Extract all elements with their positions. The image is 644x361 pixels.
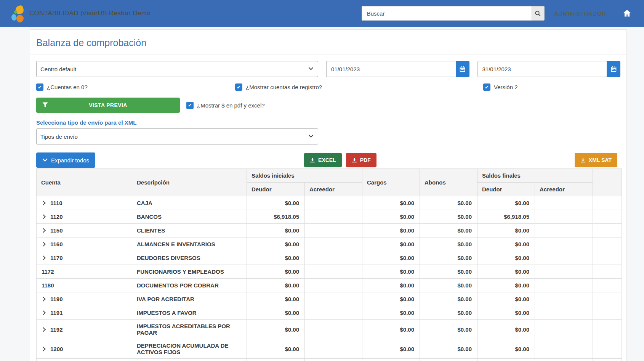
action-cell [593,320,622,339]
header-saldos-finales: Saldos finales [477,169,593,183]
cuenta-number: 1180 [42,282,54,289]
check-icon: ✔ [38,85,42,90]
title-wrap: Balanza de comprobación [30,34,626,55]
date-from-input[interactable] [326,61,456,77]
expandir-todos-button[interactable]: Expandir todos [36,152,95,168]
amount-cell [305,320,362,339]
amount-cell: $0.00 [477,339,535,359]
amount-cell: $6,918.05 [247,210,305,224]
cuenta-cell: 1190 [37,292,132,306]
home-icon [623,10,631,17]
amount-cell [305,359,362,361]
amount-cell [535,237,593,251]
centro-select-wrap: Centro default [36,61,318,77]
search-icon [535,10,541,17]
expand-chevron-right-icon[interactable] [41,310,46,315]
checkbox-cuentas-cero[interactable]: ✔ [36,83,43,91]
expand-chevron-right-icon[interactable] [41,228,46,233]
checkbox-mostrar-pdf-excel-label[interactable]: ¿Mostrar $ en pdf y excel? [197,102,265,109]
amount-cell: $6,918.05 [477,210,535,224]
amount-cell [535,196,593,210]
expand-chevron-right-icon[interactable] [41,297,46,302]
expand-chevron-right-icon[interactable] [41,201,46,205]
calendar-icon [611,66,617,72]
content-card: Balanza de comprobación Centro default [30,29,627,361]
expand-chevron-right-icon[interactable] [41,327,46,332]
amount-cell: $0.00 [477,251,535,265]
header-saldos-iniciales: Saldos iniciales [247,169,362,183]
checkbox-mostrar-pdf-excel[interactable]: ✔ [186,102,194,109]
action-cell [593,196,622,210]
search-input[interactable] [362,6,532,21]
amount-cell: $0.00 [477,279,535,292]
amount-cell: $0.00 [477,237,535,251]
brand-title: CONTABILIDAD |VisorUS Resbar Demo [29,10,151,17]
cuenta-cell: 1170 [37,251,132,265]
amount-cell: $0.00 [362,292,420,306]
table-row: 1150CLIENTES$0.00$0.00$0.00$0.00 [37,224,622,237]
amount-cell: $0.00 [420,224,477,237]
amount-cell: $0.00 [420,265,477,279]
checkbox-version2-label[interactable]: Versión 2 [494,84,518,90]
search-button[interactable] [532,6,545,21]
amount-cell: $0.00 [477,359,535,361]
expand-chevron-right-icon[interactable] [41,255,46,260]
cuenta-number: 1200 [50,346,63,352]
cuenta-cell: 1191 [37,306,132,320]
amount-cell [535,279,593,292]
centro-select[interactable]: Centro default [36,61,318,77]
filter-icon [42,102,48,108]
expand-chevron-right-icon[interactable] [41,242,46,247]
header-actions [593,169,622,196]
descripcion-cell: FUNCIONARIOS Y EMPLEADOS [132,265,247,279]
descripcion-cell: CLIENTES [132,224,247,237]
excel-button[interactable]: EXCEL [304,153,342,167]
user-label[interactable]: ADMINISTRADOR [554,10,606,17]
date-to-calendar-button[interactable] [607,61,620,77]
checkbox-cuentas-registro-label[interactable]: ¿Mostrar cuentas de registro? [246,84,322,90]
expandir-todos-label: Expandir todos [51,157,89,164]
vista-previa-button[interactable]: VISTA PREVIA [36,98,180,113]
amount-cell: $0.00 [247,339,305,359]
table-row: 1200DEPRECIACION ACUMULADA DE ACTIVOS FI… [37,339,622,359]
expand-chevron-right-icon[interactable] [41,347,46,351]
checkbox-cuentas-registro-item: ✔ ¿Mostrar cuentas de registro? [235,83,483,91]
expand-chevron-right-icon[interactable] [41,214,46,219]
date-to-input[interactable] [477,61,607,77]
checkbox-cuentas-cero-label[interactable]: ¿Cuentas en 0? [47,84,88,90]
descripcion-cell: DOCUMENTOS POR COBRAR [132,279,247,292]
action-cell [593,237,622,251]
amount-cell: $0.00 [420,196,477,210]
amount-cell [305,210,362,224]
cuenta-cell: 1160 [37,237,132,251]
date-from-calendar-button[interactable] [456,61,469,77]
tipo-envio-select[interactable]: Tipos de envío [36,128,318,144]
cuenta-cell: 1150 [37,224,132,237]
filter-row-main: Centro default [36,61,620,77]
date-from-group [326,61,469,77]
balanza-table: Cuenta Descripción Saldos iniciales Carg… [36,168,622,361]
amount-cell [305,251,362,265]
cuenta-cell: 1210 [37,359,132,361]
amount-cell [535,265,593,279]
pdf-button[interactable]: PDF [346,153,376,167]
descripcion-cell: BANCOS [132,210,247,224]
checkbox-version2-item: ✔ Versión 2 [483,83,518,91]
cuenta-number: 1192 [50,326,63,333]
table-row: 1180DOCUMENTOS POR COBRAR$0.00$0.00$0.00… [37,279,622,292]
checkbox-cuentas-registro[interactable]: ✔ [235,83,242,91]
header-sf-acreedor: Acreedor [535,183,593,196]
amount-cell: $0.00 [247,306,305,320]
header-si-deudor: Deudor [247,183,305,196]
amount-cell: $0.00 [247,320,305,339]
amount-cell: $0.00 [420,292,477,306]
amount-cell: $0.00 [477,306,535,320]
cuenta-number: 1150 [50,227,63,234]
xml-sat-button[interactable]: XML SAT [575,153,617,167]
checkbox-version2[interactable]: ✔ [483,83,490,91]
header-abonos: Abonos [420,169,477,196]
amount-cell [535,359,593,361]
home-button[interactable] [623,10,631,17]
amount-cell [305,224,362,237]
amount-cell: $0.00 [362,306,420,320]
